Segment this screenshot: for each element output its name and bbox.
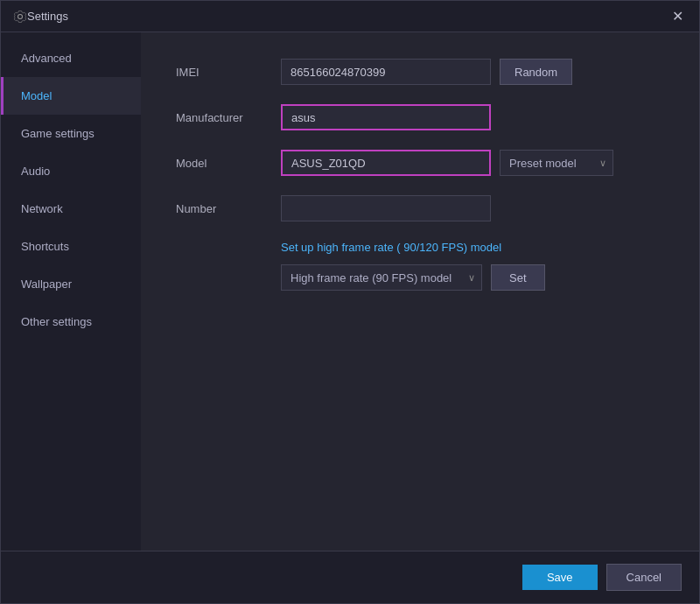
- footer: Save Cancel: [1, 551, 699, 603]
- fps-select[interactable]: High frame rate (90 FPS) model: [281, 264, 482, 291]
- number-input[interactable]: [281, 195, 491, 221]
- fps-dropdown-wrapper: High frame rate (90 FPS) model: [281, 264, 482, 291]
- sidebar-item-other-settings[interactable]: Other settings: [1, 303, 141, 341]
- sidebar-item-advanced[interactable]: Advanced: [1, 39, 141, 77]
- model-row: Model Preset model: [176, 150, 664, 176]
- dialog-title: Settings: [27, 10, 668, 23]
- imei-row: IMEI Random: [176, 59, 664, 85]
- number-row: Number: [176, 195, 664, 221]
- number-label: Number: [176, 202, 281, 215]
- high-fps-row: High frame rate (90 FPS) model Set: [281, 264, 664, 291]
- model-input[interactable]: [281, 150, 491, 176]
- close-button[interactable]: ✕: [668, 6, 687, 26]
- save-button[interactable]: Save: [522, 565, 598, 590]
- manufacturer-label: Manufacturer: [176, 111, 281, 124]
- cancel-button[interactable]: Cancel: [606, 564, 682, 591]
- sidebar-item-audio[interactable]: Audio: [1, 152, 141, 190]
- random-button[interactable]: Random: [500, 59, 572, 85]
- sidebar: Advanced Model Game settings Audio Netwo…: [1, 32, 141, 551]
- content-area: IMEI Random Manufacturer Model Preset mo…: [141, 32, 699, 551]
- sidebar-item-network[interactable]: Network: [1, 190, 141, 228]
- model-label: Model: [176, 157, 281, 170]
- preset-model-wrapper: Preset model: [491, 150, 613, 176]
- manufacturer-row: Manufacturer: [176, 104, 664, 130]
- high-fps-link[interactable]: Set up high frame rate ( 90/120 FPS) mod…: [281, 241, 664, 254]
- set-button[interactable]: Set: [491, 264, 545, 291]
- imei-input[interactable]: [281, 59, 491, 85]
- gear-icon: [13, 10, 27, 24]
- main-layout: Advanced Model Game settings Audio Netwo…: [1, 32, 699, 551]
- imei-label: IMEI: [176, 66, 281, 79]
- sidebar-item-game-settings[interactable]: Game settings: [1, 115, 141, 152]
- manufacturer-input[interactable]: [281, 104, 491, 130]
- sidebar-item-wallpaper[interactable]: Wallpaper: [1, 265, 141, 303]
- sidebar-item-shortcuts[interactable]: Shortcuts: [1, 228, 141, 265]
- settings-dialog: Settings ✕ Advanced Model Game settings …: [0, 0, 700, 604]
- sidebar-item-model[interactable]: Model: [1, 77, 141, 115]
- preset-model-select[interactable]: Preset model: [500, 150, 613, 176]
- title-bar: Settings ✕: [1, 1, 699, 32]
